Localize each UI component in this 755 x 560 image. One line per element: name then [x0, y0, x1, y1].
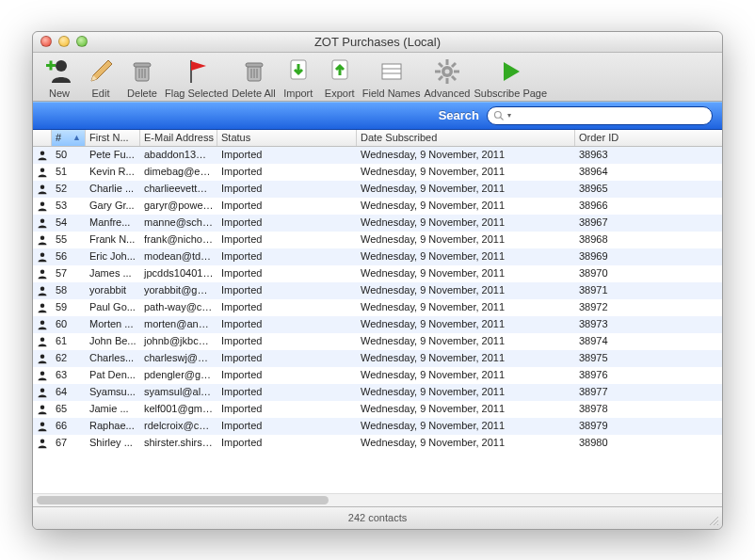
sort-asc-icon: ▲ [72, 133, 81, 142]
cell-date: Wednesday, 9 November, 2011 [357, 198, 575, 215]
col-first-name[interactable]: First N... [86, 130, 140, 146]
cell-first-name: James ... [86, 265, 140, 282]
person-icon [33, 215, 52, 232]
minimize-window-button[interactable] [58, 36, 70, 47]
status-bar: 242 contacts [33, 506, 722, 529]
person-icon [33, 265, 52, 282]
table-row[interactable]: 57James ...jpcdds10401@...ImportedWednes… [33, 265, 722, 282]
person-icon [33, 316, 52, 333]
import-button[interactable]: Import [280, 56, 317, 99]
col-date[interactable]: Date Subscribed [357, 130, 575, 146]
zoom-window-button[interactable] [76, 36, 88, 47]
cell-status: Imported [217, 367, 357, 384]
person-icon [33, 333, 52, 350]
col-number[interactable]: #▲ [52, 130, 86, 146]
cell-number: 60 [52, 316, 86, 333]
export-icon [325, 56, 355, 87]
table-row[interactable]: 60Morten ...morten@ander...ImportedWedne… [33, 316, 722, 333]
flag-button[interactable]: Flag Selected [165, 56, 228, 99]
field-names-button[interactable]: Field Names [362, 56, 421, 99]
table-row[interactable]: 63Pat Den...pdengler@gma...ImportedWedne… [33, 367, 722, 384]
person-icon [33, 248, 52, 265]
new-button[interactable]: New [40, 56, 78, 99]
export-button[interactable]: Export [321, 56, 359, 99]
table-row[interactable]: 53Gary Gr...garyr@powerm...ImportedWedne… [33, 198, 722, 215]
cell-order-id: 38972 [575, 299, 688, 316]
cell-order-id: 38963 [575, 147, 688, 164]
table-body[interactable]: 50Pete Fu...abaddon13@m...ImportedWednes… [33, 147, 722, 493]
table-row[interactable]: 52Charlie ...charlieevett@m...ImportedWe… [33, 181, 722, 198]
cell-order-id: 38975 [575, 350, 688, 367]
advanced-button[interactable]: Advanced [425, 56, 471, 99]
svg-rect-12 [246, 63, 263, 67]
cell-status: Imported [217, 418, 357, 435]
toolbar-label: Export [325, 88, 355, 99]
col-order-id[interactable]: Order ID [575, 130, 688, 146]
cell-email: morten@ander... [140, 316, 217, 333]
cell-first-name: yorabbit [86, 282, 140, 299]
subscribe-button[interactable]: Subscribe Page [474, 56, 547, 99]
cell-date: Wednesday, 9 November, 2011 [357, 299, 575, 316]
app-window: ZOT Purchases (Local) NewEditDeleteFlag … [32, 31, 723, 530]
close-window-button[interactable] [40, 36, 52, 47]
table-row[interactable]: 67Shirley ...shirster.shirster...Importe… [33, 435, 722, 452]
toolbar-label: Delete [127, 88, 157, 99]
cell-first-name: Charles... [86, 350, 140, 367]
svg-point-44 [40, 320, 45, 325]
svg-point-49 [40, 405, 45, 409]
cell-first-name: Pete Fu... [86, 147, 140, 164]
contacts-table: #▲ First N... E-Mail Address Status Date… [33, 130, 722, 506]
table-row[interactable]: 54Manfre...manne@schlaie...ImportedWedne… [33, 215, 722, 232]
cell-date: Wednesday, 9 November, 2011 [357, 350, 575, 367]
cell-date: Wednesday, 9 November, 2011 [357, 333, 575, 350]
table-row[interactable]: 66Raphae...rdelcroix@cege...ImportedWedn… [33, 418, 722, 435]
svg-point-45 [40, 337, 45, 342]
cell-status: Imported [217, 215, 357, 232]
gear-icon [432, 56, 462, 87]
search-dropdown-icon[interactable]: ▾ [507, 111, 511, 120]
toolbar-label: Field Names [362, 88, 421, 99]
col-icon[interactable] [33, 130, 52, 146]
fields-icon [377, 56, 407, 87]
trash-icon [239, 56, 269, 87]
flag-icon [182, 56, 212, 87]
table-row[interactable]: 55Frank N...frank@nicholas...ImportedWed… [33, 232, 722, 248]
cell-number: 51 [52, 164, 86, 181]
cell-number: 59 [52, 299, 86, 316]
scroll-thumb[interactable] [37, 496, 329, 504]
cell-email: garyr@powerm... [140, 198, 217, 215]
horizontal-scrollbar[interactable] [33, 493, 722, 506]
delete-all-button[interactable]: Delete All [232, 56, 275, 99]
table-row[interactable]: 58yorabbityorabbit@gmail...ImportedWedne… [33, 282, 722, 299]
table-row[interactable]: 64Syamsu...syamsul@alum...ImportedWednes… [33, 384, 722, 401]
cell-number: 63 [52, 367, 86, 384]
cell-status: Imported [217, 265, 357, 282]
table-row[interactable]: 50Pete Fu...abaddon13@m...ImportedWednes… [33, 147, 722, 164]
table-row[interactable]: 65Jamie ...kelf001@gmail...ImportedWedne… [33, 401, 722, 418]
svg-point-0 [56, 60, 67, 72]
cell-first-name: Manfre... [86, 215, 140, 232]
cell-first-name: Charlie ... [86, 181, 140, 198]
edit-button[interactable]: Edit [82, 56, 120, 99]
cell-status: Imported [217, 248, 357, 265]
cell-email: rdelcroix@cege... [140, 418, 217, 435]
table-row[interactable]: 61John Be...johnb@jkbcons...ImportedWedn… [33, 333, 722, 350]
cell-number: 58 [52, 282, 86, 299]
col-email[interactable]: E-Mail Address [140, 130, 217, 146]
search-input[interactable] [514, 110, 706, 121]
search-icon [493, 110, 505, 121]
search-field[interactable]: ▾ [487, 106, 713, 125]
table-row[interactable]: 56Eric Joh...modean@tds.netImportedWedne… [33, 248, 722, 265]
status-text: 242 contacts [348, 512, 407, 523]
window-controls [33, 36, 88, 47]
person-icon [33, 350, 52, 367]
person-icon [33, 282, 52, 299]
table-row[interactable]: 62Charles...charleswj@mac...ImportedWedn… [33, 350, 722, 367]
col-status[interactable]: Status [217, 130, 357, 146]
cell-order-id: 38970 [575, 265, 688, 282]
table-row[interactable]: 59Paul Go...path-way@cog...ImportedWedne… [33, 299, 722, 316]
cell-order-id: 38969 [575, 248, 688, 265]
resize-handle-icon[interactable] [708, 515, 719, 526]
delete-button[interactable]: Delete [123, 56, 161, 99]
table-row[interactable]: 51Kevin R...dimebag@emb...ImportedWednes… [33, 164, 722, 181]
